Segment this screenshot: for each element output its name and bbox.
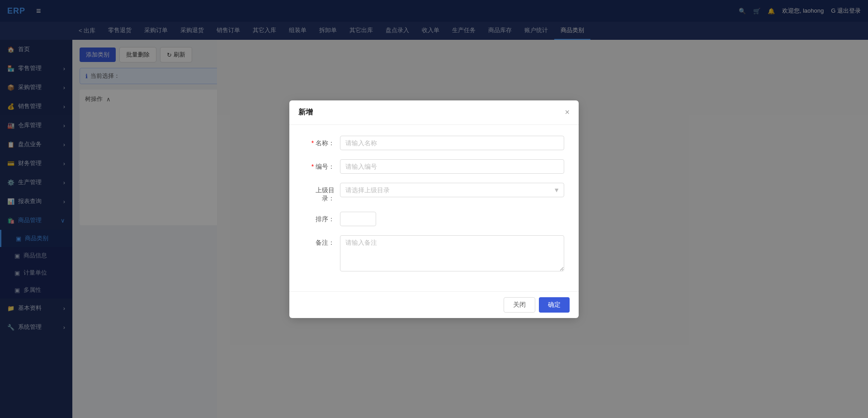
parent-select-wrapper: 请选择上级目录 ▼: [340, 183, 564, 197]
code-input[interactable]: [340, 159, 564, 174]
dialog-close-button[interactable]: ×: [565, 108, 570, 116]
modal-overlay: 新增 × 名称： 编号： 上级目录： 请选择上级目录 ▼: [0, 0, 868, 418]
form-row-parent: 上级目录： 请选择上级目录 ▼: [304, 183, 564, 203]
form-row-sort: 排序：: [304, 212, 564, 226]
cancel-button[interactable]: 关闭: [504, 297, 535, 313]
form-row-name: 名称：: [304, 136, 564, 150]
confirm-button[interactable]: 确定: [539, 297, 570, 313]
name-label: 名称：: [304, 136, 340, 147]
dialog-add-category: 新增 × 名称： 编号： 上级目录： 请选择上级目录 ▼: [289, 100, 579, 318]
parent-label: 上级目录：: [304, 183, 340, 203]
dialog-footer: 关闭 确定: [289, 291, 579, 318]
parent-select[interactable]: 请选择上级目录: [340, 183, 564, 197]
name-input[interactable]: [340, 136, 564, 150]
remark-textarea[interactable]: [340, 235, 564, 271]
dialog-header: 新增 ×: [289, 100, 579, 125]
code-label: 编号：: [304, 159, 340, 171]
sort-label: 排序：: [304, 212, 340, 223]
dialog-title: 新增: [298, 108, 313, 117]
dialog-body: 名称： 编号： 上级目录： 请选择上级目录 ▼ 排序：: [289, 125, 579, 291]
form-row-remark: 备注：: [304, 235, 564, 271]
form-row-code: 编号：: [304, 159, 564, 174]
remark-label: 备注：: [304, 235, 340, 247]
sort-input[interactable]: [340, 212, 376, 226]
